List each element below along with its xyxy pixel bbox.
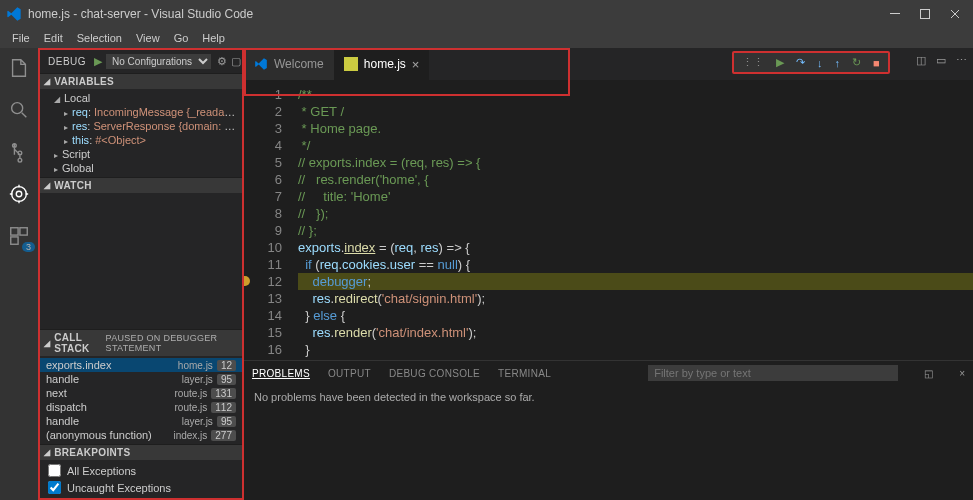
menu-help[interactable]: Help <box>196 30 231 46</box>
stack-frame[interactable]: exports.indexhome.js12 <box>40 358 242 372</box>
callstack-header[interactable]: ◢CALL STACKPAUSED ON DEBUGGER STATEMENT <box>40 330 242 356</box>
scope-local[interactable]: ◢Local <box>40 91 242 105</box>
maximize-button[interactable] <box>919 8 931 20</box>
vscode-logo-icon <box>6 6 22 22</box>
close-tab-button[interactable]: × <box>412 57 420 72</box>
stack-frame[interactable]: (anonymous function)index.js277 <box>40 428 242 442</box>
tab-welcome[interactable]: Welcome <box>244 48 334 80</box>
problems-filter-input[interactable] <box>648 365 898 381</box>
extensions-badge: 3 <box>22 242 35 252</box>
code-editor[interactable]: /** * GET / * Home page. */// exports.in… <box>292 80 973 360</box>
svg-text:JS: JS <box>346 62 355 69</box>
menu-selection[interactable]: Selection <box>71 30 128 46</box>
minimize-button[interactable] <box>889 8 901 20</box>
scope-global[interactable]: ▸Global <box>40 161 242 175</box>
stack-frame[interactable]: nextroute.js131 <box>40 386 242 400</box>
stack-frame[interactable]: dispatchroute.js112 <box>40 400 242 414</box>
debug-console-button[interactable]: ▢ <box>231 55 241 68</box>
step-into-button[interactable]: ↓ <box>817 57 823 69</box>
debug-settings-button[interactable]: ⚙ <box>217 55 227 68</box>
bp-all-exceptions[interactable]: All Exceptions <box>40 462 242 479</box>
git-icon[interactable] <box>7 140 31 164</box>
svg-rect-1 <box>921 10 930 19</box>
close-button[interactable] <box>949 8 961 20</box>
menu-go[interactable]: Go <box>168 30 195 46</box>
stack-frame[interactable]: handlelayer.js95 <box>40 372 242 386</box>
panel-tab-problems[interactable]: PROBLEMS <box>252 368 310 379</box>
tab-home-js[interactable]: JS home.js × <box>334 48 430 80</box>
svg-rect-7 <box>11 237 18 244</box>
menu-file[interactable]: File <box>6 30 36 46</box>
window-title: home.js - chat-server - Visual Studio Co… <box>28 7 889 21</box>
split-editor-button[interactable]: ◫ <box>916 54 926 67</box>
panel-tab-debug-console[interactable]: DEBUG CONSOLE <box>389 368 480 379</box>
variables-header[interactable]: ◢VARIABLES <box>40 74 242 89</box>
bp-uncaught-checkbox[interactable] <box>48 481 61 494</box>
debug-icon[interactable] <box>7 182 31 206</box>
explorer-icon[interactable] <box>7 56 31 80</box>
watch-header[interactable]: ◢WATCH <box>40 178 242 193</box>
step-out-button[interactable]: ↑ <box>835 57 841 69</box>
var-this[interactable]: ▸this: #<Object> <box>40 133 242 147</box>
more-actions-button[interactable]: ⋯ <box>956 54 967 67</box>
bp-all-checkbox[interactable] <box>48 464 61 477</box>
svg-rect-6 <box>20 228 27 235</box>
js-file-icon: JS <box>344 57 358 71</box>
problems-message: No problems have been detected in the wo… <box>244 385 973 409</box>
step-over-button[interactable]: ↷ <box>796 56 805 69</box>
svg-point-3 <box>12 187 27 202</box>
debug-config-select[interactable]: No Configurations <box>106 54 211 69</box>
search-icon[interactable] <box>7 98 31 122</box>
layout-button[interactable]: ▭ <box>936 54 946 67</box>
panel-collapse-button[interactable]: ◱ <box>924 368 933 379</box>
vscode-icon <box>254 57 268 71</box>
debug-toolbar[interactable]: ⋮⋮ ▶ ↷ ↓ ↑ ↻ ■ <box>732 51 890 74</box>
breakpoints-header[interactable]: ◢BREAKPOINTS <box>40 445 242 460</box>
svg-rect-0 <box>890 13 900 14</box>
drag-handle-icon[interactable]: ⋮⋮ <box>742 56 764 69</box>
start-debug-button[interactable]: ▶ <box>94 55 102 68</box>
panel-tab-terminal[interactable]: TERMINAL <box>498 368 551 379</box>
menu-view[interactable]: View <box>130 30 166 46</box>
restart-button[interactable]: ↻ <box>852 56 861 69</box>
panel-tab-output[interactable]: OUTPUT <box>328 368 371 379</box>
scope-script[interactable]: ▸Script <box>40 147 242 161</box>
panel-close-button[interactable]: × <box>959 368 965 379</box>
svg-rect-5 <box>11 228 18 235</box>
stack-frame[interactable]: handlelayer.js95 <box>40 414 242 428</box>
bp-uncaught-exceptions[interactable]: Uncaught Exceptions <box>40 479 242 496</box>
menu-edit[interactable]: Edit <box>38 30 69 46</box>
svg-point-4 <box>16 191 22 197</box>
menubar: File Edit Selection View Go Help <box>0 28 973 48</box>
continue-button[interactable]: ▶ <box>776 56 784 69</box>
stop-button[interactable]: ■ <box>873 57 880 69</box>
debug-label: DEBUG <box>48 56 86 67</box>
var-req[interactable]: ▸req: IncomingMessage {_readableSta… <box>40 105 242 119</box>
extensions-icon[interactable]: 3 <box>7 224 31 248</box>
svg-point-2 <box>12 103 23 114</box>
var-res[interactable]: ▸res: ServerResponse {domain: null,… <box>40 119 242 133</box>
